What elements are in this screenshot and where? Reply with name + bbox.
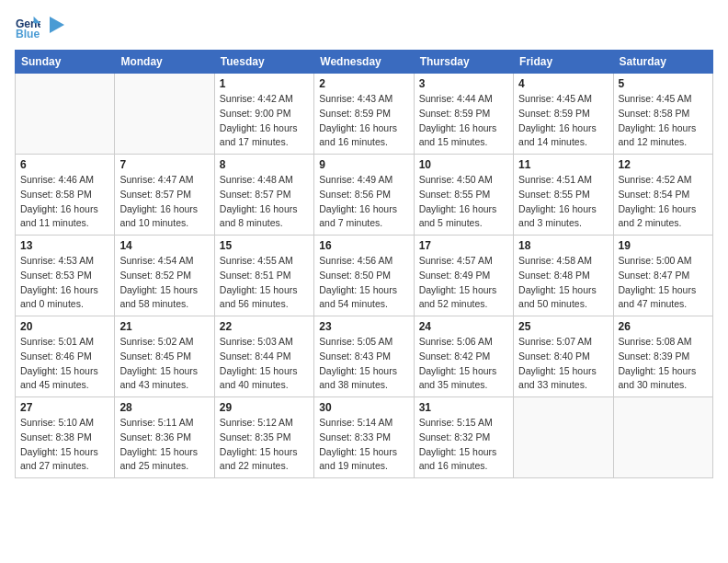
day-info: Sunrise: 4:53 AM Sunset: 8:53 PM Dayligh…: [20, 254, 109, 312]
day-info: Sunrise: 4:50 AM Sunset: 8:55 PM Dayligh…: [419, 173, 508, 231]
day-number: 11: [518, 158, 608, 171]
day-info: Sunrise: 4:45 AM Sunset: 8:59 PM Dayligh…: [518, 92, 608, 150]
day-info: Sunrise: 5:07 AM Sunset: 8:40 PM Dayligh…: [518, 335, 608, 393]
calendar-header-row: SundayMondayTuesdayWednesdayThursdayFrid…: [16, 51, 713, 74]
calendar-cell: 6Sunrise: 4:46 AM Sunset: 8:58 PM Daylig…: [16, 155, 115, 236]
day-number: 31: [419, 401, 508, 414]
calendar-cell: [16, 74, 115, 155]
day-info: Sunrise: 5:10 AM Sunset: 8:38 PM Dayligh…: [20, 416, 109, 474]
day-info: Sunrise: 4:48 AM Sunset: 8:57 PM Dayligh…: [220, 173, 309, 231]
day-info: Sunrise: 4:55 AM Sunset: 8:51 PM Dayligh…: [220, 254, 309, 312]
day-header-saturday: Saturday: [613, 51, 712, 74]
calendar-cell: 2Sunrise: 4:43 AM Sunset: 8:59 PM Daylig…: [314, 74, 414, 155]
day-info: Sunrise: 5:06 AM Sunset: 8:42 PM Dayligh…: [419, 335, 508, 393]
day-number: 29: [220, 401, 309, 414]
day-number: 18: [518, 239, 608, 252]
day-info: Sunrise: 4:51 AM Sunset: 8:55 PM Dayligh…: [518, 173, 608, 231]
logo: General Blue: [15, 15, 64, 40]
logo-icon: General Blue: [15, 15, 40, 40]
calendar-cell: 31Sunrise: 5:15 AM Sunset: 8:32 PM Dayli…: [414, 397, 513, 478]
day-number: 30: [319, 401, 408, 414]
day-number: 17: [419, 239, 508, 252]
calendar-cell: 16Sunrise: 4:56 AM Sunset: 8:50 PM Dayli…: [314, 236, 414, 316]
calendar-cell: 11Sunrise: 4:51 AM Sunset: 8:55 PM Dayli…: [514, 155, 613, 236]
calendar-cell: 13Sunrise: 4:53 AM Sunset: 8:53 PM Dayli…: [16, 236, 115, 316]
day-header-thursday: Thursday: [414, 51, 513, 74]
day-info: Sunrise: 4:45 AM Sunset: 8:58 PM Dayligh…: [619, 92, 708, 150]
calendar-cell: 10Sunrise: 4:50 AM Sunset: 8:55 PM Dayli…: [414, 155, 513, 236]
calendar-cell: 24Sunrise: 5:06 AM Sunset: 8:42 PM Dayli…: [414, 316, 513, 397]
calendar-cell: [613, 397, 712, 478]
calendar-cell: 12Sunrise: 4:52 AM Sunset: 8:54 PM Dayli…: [613, 155, 712, 236]
day-info: Sunrise: 5:11 AM Sunset: 8:36 PM Dayligh…: [119, 416, 209, 474]
day-info: Sunrise: 5:02 AM Sunset: 8:45 PM Dayligh…: [119, 335, 209, 393]
calendar-cell: [514, 397, 613, 478]
calendar-cell: 7Sunrise: 4:47 AM Sunset: 8:57 PM Daylig…: [115, 155, 214, 236]
calendar-cell: 28Sunrise: 5:11 AM Sunset: 8:36 PM Dayli…: [115, 397, 214, 478]
calendar-cell: 8Sunrise: 4:48 AM Sunset: 8:57 PM Daylig…: [214, 155, 313, 236]
day-info: Sunrise: 5:01 AM Sunset: 8:46 PM Dayligh…: [20, 335, 109, 393]
day-number: 4: [518, 77, 608, 90]
day-number: 10: [419, 158, 508, 171]
day-number: 20: [20, 320, 109, 333]
calendar-cell: 30Sunrise: 5:14 AM Sunset: 8:33 PM Dayli…: [314, 397, 414, 478]
calendar-cell: 27Sunrise: 5:10 AM Sunset: 8:38 PM Dayli…: [16, 397, 115, 478]
day-number: 16: [319, 239, 408, 252]
calendar-week-5: 27Sunrise: 5:10 AM Sunset: 8:38 PM Dayli…: [16, 397, 713, 478]
day-info: Sunrise: 4:52 AM Sunset: 8:54 PM Dayligh…: [619, 173, 708, 231]
calendar-week-3: 13Sunrise: 4:53 AM Sunset: 8:53 PM Dayli…: [16, 236, 713, 316]
day-header-monday: Monday: [115, 51, 214, 74]
day-number: 24: [419, 320, 508, 333]
day-number: 9: [319, 158, 408, 171]
day-info: Sunrise: 5:12 AM Sunset: 8:35 PM Dayligh…: [220, 416, 309, 474]
svg-marker-3: [50, 17, 64, 33]
day-header-sunday: Sunday: [16, 51, 115, 74]
day-info: Sunrise: 4:43 AM Sunset: 8:59 PM Dayligh…: [319, 92, 408, 150]
day-info: Sunrise: 5:03 AM Sunset: 8:44 PM Dayligh…: [220, 335, 309, 393]
day-info: Sunrise: 5:00 AM Sunset: 8:47 PM Dayligh…: [619, 254, 708, 312]
day-number: 13: [20, 239, 109, 252]
day-info: Sunrise: 4:58 AM Sunset: 8:48 PM Dayligh…: [518, 254, 608, 312]
calendar-cell: 14Sunrise: 4:54 AM Sunset: 8:52 PM Dayli…: [115, 236, 214, 316]
calendar-cell: 22Sunrise: 5:03 AM Sunset: 8:44 PM Dayli…: [214, 316, 313, 397]
calendar-week-1: 1Sunrise: 4:42 AM Sunset: 9:00 PM Daylig…: [16, 74, 713, 155]
day-number: 25: [518, 320, 608, 333]
day-number: 6: [20, 158, 109, 171]
day-number: 15: [220, 239, 309, 252]
day-number: 7: [119, 158, 209, 171]
svg-text:Blue: Blue: [16, 28, 40, 40]
calendar-cell: 17Sunrise: 4:57 AM Sunset: 8:49 PM Dayli…: [414, 236, 513, 316]
day-info: Sunrise: 5:05 AM Sunset: 8:43 PM Dayligh…: [319, 335, 408, 393]
day-info: Sunrise: 4:44 AM Sunset: 8:59 PM Dayligh…: [419, 92, 508, 150]
calendar-cell: 25Sunrise: 5:07 AM Sunset: 8:40 PM Dayli…: [514, 316, 613, 397]
day-header-wednesday: Wednesday: [314, 51, 414, 74]
calendar-cell: 26Sunrise: 5:08 AM Sunset: 8:39 PM Dayli…: [613, 316, 712, 397]
day-number: 12: [619, 158, 708, 171]
day-number: 21: [119, 320, 209, 333]
day-info: Sunrise: 4:47 AM Sunset: 8:57 PM Dayligh…: [119, 173, 209, 231]
calendar-cell: 23Sunrise: 5:05 AM Sunset: 8:43 PM Dayli…: [314, 316, 414, 397]
calendar-cell: 9Sunrise: 4:49 AM Sunset: 8:56 PM Daylig…: [314, 155, 414, 236]
day-info: Sunrise: 4:49 AM Sunset: 8:56 PM Dayligh…: [319, 173, 408, 231]
calendar-cell: 29Sunrise: 5:12 AM Sunset: 8:35 PM Dayli…: [214, 397, 313, 478]
day-number: 23: [319, 320, 408, 333]
calendar-week-2: 6Sunrise: 4:46 AM Sunset: 8:58 PM Daylig…: [16, 155, 713, 236]
day-number: 28: [119, 401, 209, 414]
day-number: 8: [220, 158, 309, 171]
day-header-friday: Friday: [514, 51, 613, 74]
day-number: 22: [220, 320, 309, 333]
day-info: Sunrise: 5:14 AM Sunset: 8:33 PM Dayligh…: [319, 416, 408, 474]
day-number: 27: [20, 401, 109, 414]
calendar-table: SundayMondayTuesdayWednesdayThursdayFrid…: [15, 50, 713, 478]
day-info: Sunrise: 4:54 AM Sunset: 8:52 PM Dayligh…: [119, 254, 209, 312]
day-number: 19: [619, 239, 708, 252]
calendar-cell: [115, 74, 214, 155]
page-header: General Blue: [15, 15, 713, 40]
calendar-cell: 3Sunrise: 4:44 AM Sunset: 8:59 PM Daylig…: [414, 74, 513, 155]
calendar-cell: 18Sunrise: 4:58 AM Sunset: 8:48 PM Dayli…: [514, 236, 613, 316]
day-info: Sunrise: 5:15 AM Sunset: 8:32 PM Dayligh…: [419, 416, 508, 474]
day-number: 14: [119, 239, 209, 252]
day-number: 26: [619, 320, 708, 333]
calendar-cell: 1Sunrise: 4:42 AM Sunset: 9:00 PM Daylig…: [214, 74, 313, 155]
calendar-week-4: 20Sunrise: 5:01 AM Sunset: 8:46 PM Dayli…: [16, 316, 713, 397]
